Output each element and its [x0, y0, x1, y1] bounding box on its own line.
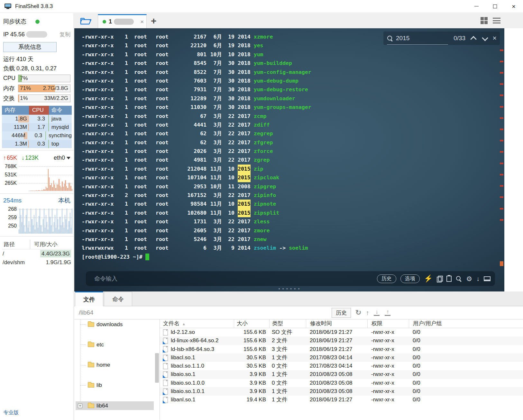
file-cell-owner: 0/0: [409, 336, 523, 345]
path-history-button[interactable]: 历史: [332, 308, 351, 318]
scrollbar-match-mark: [500, 129, 503, 130]
session-tab[interactable]: 1 ×: [98, 14, 147, 28]
terminal-line: -rwxr-xr-x1rootroot85227月302018yum-confi…: [82, 68, 475, 76]
chart-y-label: 531K: [5, 172, 17, 178]
process-row[interactable]: 446M0.3syncthing: [2, 131, 72, 140]
minimize-button[interactable]: [467, 0, 486, 13]
interface-selector[interactable]: eth0: [54, 155, 70, 161]
process-header-cpu[interactable]: CPU: [29, 106, 49, 115]
new-tab-button[interactable]: +: [151, 15, 157, 27]
process-row[interactable]: 1.8G3.3java: [2, 115, 72, 123]
splitter-handle[interactable]: ▪ ▪ ▪ ▪ ▪ ▪: [279, 286, 300, 291]
search-match-highlight: 2015: [238, 209, 251, 217]
tree-item-lib[interactable]: lib: [74, 380, 160, 391]
file-name: zipsplit: [254, 209, 279, 217]
refresh-icon[interactable]: ↻: [355, 309, 361, 316]
file-row[interactable]: libaio.so.13.9 KB1 文件2010/08/23 05:08-rw…: [160, 370, 523, 379]
file-row[interactable]: libacl.so.130.5 KB1 文件2017/08/23 04:14-r…: [160, 353, 523, 362]
scrollbar-match-mark: [500, 174, 503, 175]
bottom-panel: 文件命令 /lib64 历史 ↻ ↑ ↓ ↑ downloadsetchomel…: [74, 291, 523, 420]
command-input-bar[interactable]: 命令输入 历史 选项 ⚡ ⚙ ↓: [86, 271, 495, 286]
current-path[interactable]: /lib64: [79, 309, 93, 316]
copy-icon[interactable]: [437, 276, 442, 282]
swap-percent: 1%: [20, 95, 28, 102]
terminal-scrollbar[interactable]: [500, 28, 503, 291]
session-status-dot: [103, 20, 106, 23]
file-row[interactable]: libacl.so.1.1.030.5 KB0 文件2017/08/23 04:…: [160, 362, 523, 370]
tree-item-home[interactable]: home: [74, 360, 160, 370]
file-row[interactable]: libaio.so.1.0.13.9 KB1 文件2010/08/23 05:0…: [160, 387, 523, 396]
tree-item-etc[interactable]: etc: [74, 340, 160, 350]
layout-grid-icon[interactable]: [481, 17, 488, 24]
terminal-line: -rwxr-xr-x1rootroot52463月222017znew: [82, 235, 475, 244]
file-name: zcmp: [254, 112, 267, 121]
file-name: yum-config-manager: [254, 68, 311, 76]
file-row[interactable]: ld-linux-x86-64.so.2155.6 KB2 文件2018/06/…: [160, 336, 523, 345]
network-chart: 768K531K265K: [19, 164, 72, 191]
search-close-button[interactable]: ×: [492, 34, 497, 42]
maximize-button[interactable]: [486, 0, 504, 13]
process-header-cmd[interactable]: 命令: [49, 106, 72, 115]
tree-item-downloads[interactable]: downloads: [74, 319, 160, 330]
cpu-gauge-row: CPU 7%: [0, 73, 74, 83]
scroll-down-icon[interactable]: ↓: [476, 275, 480, 282]
terminal[interactable]: -rwxr-xr-x1rootroot21676月192014xzmore-rw…: [74, 28, 504, 291]
download-icon[interactable]: ↓: [373, 309, 380, 316]
bottom-tab-files[interactable]: 文件: [75, 291, 103, 306]
file-name: zipcloak: [254, 173, 279, 182]
fullscreen-icon[interactable]: [484, 276, 491, 281]
process-row[interactable]: 113M1.7mysqld: [2, 123, 72, 131]
file-cell-permissions: -rwxr-xr-x: [367, 370, 409, 379]
search-previous-button[interactable]: [470, 35, 477, 42]
menu-icon[interactable]: [493, 18, 500, 23]
network-header: ↑ 65K ↓ 123K eth0: [0, 152, 74, 163]
file-table-header[interactable]: 类型: [269, 319, 306, 328]
file-name: zfgrep: [254, 138, 273, 147]
search-next-button[interactable]: [482, 35, 489, 42]
gear-icon[interactable]: ⚙: [466, 275, 472, 282]
file-name: yum-debug-dump: [254, 76, 298, 85]
disk-header-size[interactable]: 可用/大小: [30, 240, 72, 249]
history-button[interactable]: 历史: [377, 274, 396, 283]
file-name: zgrep: [254, 156, 270, 164]
disk-path: /: [2, 249, 30, 258]
terminal-output: -rwxr-xr-x1rootroot21676月192014xzmore-rw…: [82, 32, 475, 261]
find-icon[interactable]: [456, 276, 462, 282]
process-header-mem[interactable]: 内存: [2, 106, 29, 115]
file-cell-size: 30.5 KB: [234, 362, 269, 370]
file-row[interactable]: libanl.so.119.4 KB1 文件2018/06/19 21:27-r…: [160, 396, 523, 404]
close-button[interactable]: ×: [504, 0, 523, 13]
expand-icon[interactable]: +: [78, 404, 82, 408]
options-button[interactable]: 选项: [400, 274, 420, 283]
file-table-header[interactable]: 权限: [367, 319, 409, 328]
file-table-header[interactable]: 文件名▲: [160, 319, 234, 328]
tab-close-icon[interactable]: ×: [140, 18, 144, 25]
file-table-header[interactable]: 用户/用户组: [409, 319, 523, 328]
tree-item-lib64[interactable]: +lib64: [74, 401, 160, 411]
system-info-button[interactable]: 系统信息: [3, 42, 57, 52]
copy-ip-link[interactable]: 复制: [60, 31, 70, 38]
process-mem: 113M: [2, 123, 29, 131]
file-cell-mtime: 2010/08/23 05:08: [306, 387, 367, 396]
upload-icon[interactable]: ↑: [384, 309, 391, 316]
file-table-header[interactable]: 大小: [234, 319, 269, 328]
command-input-placeholder[interactable]: 命令输入: [94, 275, 117, 282]
search-input[interactable]: 2015: [396, 35, 444, 42]
uptime-label: 运行 410 天: [0, 55, 74, 64]
disk-header-path[interactable]: 路径: [2, 240, 30, 249]
chart-y-label: 265K: [5, 180, 17, 186]
file-name: yumdownloader: [254, 94, 295, 103]
open-connections-button[interactable]: [79, 16, 92, 26]
symlink-file-icon: [163, 389, 168, 395]
process-row[interactable]: 1.3M0.3top: [2, 140, 72, 148]
file-table-header[interactable]: 修改时间: [306, 319, 367, 328]
file-row[interactable]: libaio.so.1.0.03.9 KB0 文件2010/08/23 05:0…: [160, 379, 523, 387]
quick-command-icon[interactable]: ⚡: [424, 275, 433, 282]
parent-directory-icon[interactable]: ↑: [366, 309, 369, 316]
bottom-tab-commands[interactable]: 命令: [104, 292, 132, 306]
file-row[interactable]: ld-lsb-x86-64.so.3155.6 KB3 文件2018/06/19…: [160, 345, 523, 353]
sort-ascending-icon: ▲: [182, 322, 186, 326]
paste-icon[interactable]: [446, 276, 452, 282]
file-row[interactable]: ld-2.12.so155.6 KBSO 文件2018/06/19 21:27-…: [160, 328, 523, 336]
file-cell-permissions: -rwxr-xr-x: [367, 328, 409, 336]
